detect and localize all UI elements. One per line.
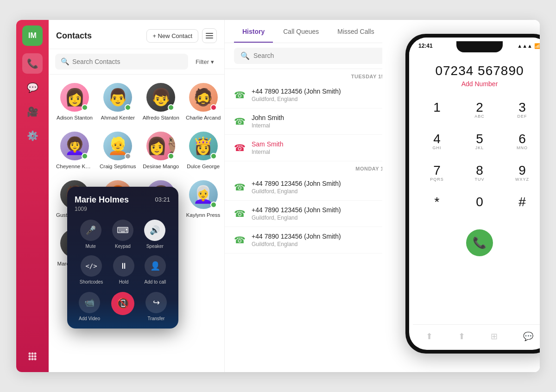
add-to-call-label: Add to call — [145, 279, 166, 285]
contact-name: Adison Stanton — [57, 114, 93, 121]
phone-notch — [456, 41, 503, 52]
contact-card[interactable]: 👨 Ahmad Kenter — [98, 79, 138, 125]
dialpad-grid: 1 2 ABC 3 DEF 4 GHI 5 JKL 6 MNO 7 PQRS 8… — [409, 95, 540, 219]
svg-rect-10 — [206, 35, 213, 36]
contact-name: Charlie Arcand — [186, 114, 221, 121]
dial-num: 1 — [433, 101, 441, 114]
sidebar-item-video[interactable]: 🎥 — [22, 101, 43, 122]
dial-num: * — [435, 196, 440, 209]
phone-bottom-icon-2[interactable]: ⬆ — [456, 329, 467, 343]
speaker-button[interactable]: 🔊 — [144, 220, 165, 241]
contacts-search-input[interactable] — [72, 58, 183, 65]
add-video-button[interactable]: 📹 — [79, 292, 100, 313]
speaker-btn-group: 🔊 Speaker — [144, 220, 165, 249]
add-to-call-btn-group: 👤 Add to call — [145, 255, 166, 285]
contact-name: Dulce George — [187, 163, 220, 170]
svg-rect-9 — [206, 33, 213, 34]
call-type-icon: ☎ — [234, 182, 245, 193]
dial-key-4[interactable]: 4 GHI — [417, 126, 457, 156]
tab-history[interactable]: History — [234, 20, 273, 43]
svg-point-5 — [34, 355, 37, 358]
wifi-icon: 📶 — [534, 43, 540, 49]
contact-card[interactable]: 👩‍🦳 Kaylynn Press — [184, 177, 222, 222]
mute-button[interactable]: 🎤 — [80, 220, 101, 241]
svg-point-0 — [29, 353, 31, 355]
dial-key-#[interactable]: # — [502, 190, 540, 219]
call-controls-row2: </> Shortcodes ⏸ Hold 👤 Add to call — [75, 255, 171, 285]
filter-button[interactable]: Filter ▾ — [192, 57, 218, 67]
dial-key-8[interactable]: 8 TUV — [459, 158, 500, 188]
dial-key-7[interactable]: 7 PQRS — [417, 158, 457, 188]
contact-card[interactable]: 👩‍🦱 Cheyenne Kent... — [54, 128, 95, 174]
phone-bottom-icon-3[interactable]: ⊞ — [489, 329, 499, 343]
keypad-button[interactable]: ⌨ — [112, 220, 133, 241]
call-type-icon: ☎ — [234, 89, 245, 101]
contact-card[interactable]: 👩‍🦫 Desirae Mango — [141, 128, 181, 174]
hold-button[interactable]: ⏸ — [113, 255, 134, 277]
phone-frame: 12:41 ▲▲▲ 📶 07234 567890 Add Number 1 2 … — [405, 34, 540, 354]
dial-key-6[interactable]: 6 MNO — [502, 126, 540, 156]
shortcodes-button[interactable]: </> — [81, 255, 102, 277]
dial-key-2[interactable]: 2 ABC — [459, 95, 500, 125]
svg-point-3 — [29, 355, 31, 358]
phone-bottom-icon-4[interactable]: 💬 — [521, 329, 535, 343]
dial-num: 0 — [476, 196, 483, 209]
contact-card[interactable]: 👦 Alfredo Stanton — [141, 79, 181, 125]
dial-key-*[interactable]: * — [417, 190, 457, 219]
dial-num: 3 — [518, 101, 526, 114]
call-end-row: 📹 Add Video 📵 ↪ Transfer — [75, 292, 171, 321]
add-to-call-button[interactable]: 👤 — [145, 255, 166, 277]
phone-bottom-icon-1[interactable]: ⬆ — [424, 329, 435, 343]
dial-letters: MNO — [517, 145, 528, 151]
add-video-btn-group: 📹 Add Video — [79, 292, 100, 321]
dial-num: 8 — [476, 164, 483, 177]
list-view-button[interactable] — [202, 28, 217, 43]
sidebar-item-grid[interactable] — [22, 346, 43, 367]
mute-label: Mute — [86, 244, 96, 249]
contact-card[interactable]: 👩 Adison Stanton — [54, 79, 95, 125]
sidebar: IM 📞 💬 🎥 ⚙️ — [16, 20, 49, 372]
signal-icon: ▲▲▲ — [517, 43, 532, 49]
dial-letters: TUV — [475, 177, 485, 182]
hold-btn-group: ⏸ Hold — [113, 255, 134, 285]
hold-label: Hold — [119, 279, 129, 285]
tab-missed-calls[interactable]: Missed Calls — [329, 20, 382, 43]
call-type-icon: ☎ — [234, 142, 245, 153]
sidebar-item-phone[interactable]: 📞 — [22, 53, 43, 74]
svg-point-2 — [34, 353, 37, 355]
contact-card[interactable]: 👱 Craig Septimus — [98, 128, 138, 174]
dial-num: 7 — [433, 164, 441, 177]
contact-card[interactable]: 👸 Dulce George — [184, 128, 222, 174]
dial-key-3[interactable]: 3 DEF — [502, 95, 540, 125]
dial-key-9[interactable]: 9 WXYZ — [502, 158, 540, 188]
dial-call-button[interactable]: 📞 — [466, 229, 493, 256]
dial-key-1[interactable]: 1 — [417, 95, 457, 125]
contact-card[interactable]: 🧔 Charlie Arcand — [184, 79, 222, 125]
sidebar-item-settings[interactable]: ⚙️ — [22, 126, 43, 146]
call-controls-row1: 🎤 Mute ⌨ Keypad 🔊 Speaker — [75, 220, 171, 249]
transfer-button[interactable]: ↪ — [145, 292, 167, 313]
dial-key-0[interactable]: 0 — [459, 190, 500, 219]
dial-num: 5 — [476, 133, 483, 145]
user-avatar[interactable]: IM — [22, 25, 43, 46]
end-call-button[interactable]: 📵 — [111, 292, 134, 315]
transfer-label: Transfer — [148, 316, 165, 321]
add-number-link[interactable]: Add Number — [409, 80, 540, 95]
contact-name: Alfredo Stanton — [143, 114, 179, 121]
dial-letters: GHI — [432, 145, 441, 151]
call-ext: 1009 — [75, 206, 171, 212]
dial-letters: JKL — [475, 145, 484, 151]
keypad-btn-group: ⌨ Keypad — [112, 220, 133, 249]
new-contact-button[interactable]: + New Contact — [146, 29, 198, 43]
dial-key-5[interactable]: 5 JKL — [459, 126, 500, 156]
contacts-title: Contacts — [56, 31, 92, 41]
sidebar-item-chat[interactable]: 💬 — [22, 77, 43, 98]
dial-letters: DEF — [518, 114, 527, 119]
tab-call-queues[interactable]: Call Queues — [275, 20, 327, 43]
history-search-input[interactable] — [253, 52, 394, 59]
search-icon: 🔍 — [61, 57, 70, 66]
dial-letters: ABC — [474, 114, 485, 119]
phone-dialpad-area: 12:41 ▲▲▲ 📶 07234 567890 Add Number 1 2 … — [382, 20, 540, 372]
dial-num: 6 — [518, 133, 526, 145]
add-video-label: Add Video — [79, 316, 100, 321]
